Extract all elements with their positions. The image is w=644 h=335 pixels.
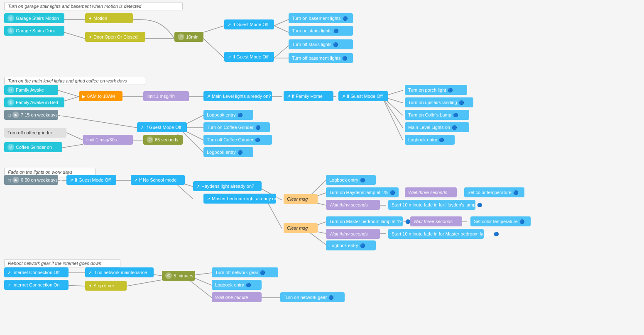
if-guest-off-4-node[interactable]: ↗ If Guest Mode Off (137, 122, 187, 132)
node-label: Turn on Master bedroom lamp at 1% (329, 219, 404, 224)
turn-on-coffee-node[interactable]: Turn on Coffee Grinder 🔵 (203, 122, 270, 132)
master-check-node[interactable]: ↗ Master bedroom light already on? (203, 194, 276, 204)
logbook-f4-node[interactable]: Logbook entry 🔵 (212, 280, 262, 290)
flow4-label: Reboot network gear if the internet goes… (4, 259, 120, 267)
timer-5min-node[interactable]: ⏱ 5 minutes (162, 271, 195, 281)
main-level-on-node[interactable]: Main Level Lights on 🔵 (405, 122, 469, 132)
turn-on-basement-lights-node[interactable]: Turn on basement lights 🔵 (289, 13, 353, 23)
if-no-school-node[interactable]: ↗ If No School mode (131, 175, 185, 185)
logbook-mid-2-node[interactable]: Logbook entry 🔵 (203, 147, 253, 157)
if-guest-off-1-node[interactable]: ↗ If Guest Mode Off (224, 19, 274, 29)
limit-30s-node[interactable]: limit 1 msg/30s (83, 135, 133, 145)
set-color-temp-1-node[interactable]: Set color temperature 🔵 (464, 187, 524, 197)
device-icon2: 🔵 (333, 29, 338, 33)
network-on-icon: 🔵 (328, 295, 333, 300)
schedule-715-node[interactable]: ◻ ▶ 7:15 on weekdays ↺ (4, 110, 58, 120)
garage-stairs-motion-node[interactable]: ⊙ Garage Stairs Motion (4, 13, 64, 23)
turn-off-stairs-lights-node[interactable]: Turn off stairs lights 🔵 (289, 39, 353, 49)
node-label: limit 1 msg/30s (86, 137, 117, 142)
if-no-network-node[interactable]: ↗ If no network maintenance (85, 267, 154, 277)
motion-condition-node[interactable]: ✦ Motion (85, 13, 133, 23)
svg-line-53 (189, 280, 212, 298)
internet-on-node[interactable]: ↗ Internet Connection On (4, 280, 69, 290)
node-label: Main Level lights already on? (212, 94, 271, 99)
time-range-node[interactable]: ▶ 6AM to 10AM (79, 91, 122, 101)
coffee-off-icon: 🔵 (255, 138, 260, 142)
node-label: Turn on stairs lights (292, 28, 332, 33)
stop-timer-node[interactable]: ✦ Stop timer (85, 281, 127, 291)
haydens-check-node[interactable]: ↗ Haydens light already on? (193, 181, 262, 191)
node-label: If Guest Mode Off (145, 125, 181, 130)
condition-icon: ✦ (88, 16, 92, 21)
node-label: Start 10 minute fade in for Hayden's lam… (392, 202, 475, 207)
logbook-mid-1-node[interactable]: Logbook entry 🔵 (203, 110, 253, 120)
master-lamp-icon: 🔵 (405, 219, 410, 224)
svg-line-5 (274, 19, 289, 26)
node-label: limit 1 msg/4h (147, 94, 175, 99)
turn-off-network-node[interactable]: Turn off network gear 🔵 (212, 267, 278, 277)
svg-line-50 (127, 280, 162, 286)
turn-off-coffee-node[interactable]: Turn off Coffee Grinder 🔵 (203, 135, 272, 145)
node-label: Turn on Coffee Grinder (207, 125, 254, 130)
svg-line-18 (382, 97, 403, 128)
node-label: Motion (93, 16, 107, 21)
turn-off-basement-lights-node[interactable]: Turn off basement lights 🔵 (289, 53, 353, 63)
flow1-label: Turn on garage stair lights and basement… (4, 2, 183, 10)
turn-on-network-node[interactable]: Turn on network gear 🔵 (280, 292, 345, 302)
schedule-650-node[interactable]: ◻ ▶ 6:50 on weekdays ↺ (4, 175, 58, 185)
timer-10min-node[interactable]: ⏱ 10min (174, 32, 203, 42)
node-label: Family Awake (16, 87, 44, 92)
set-color-temp-2-node[interactable]: Set color temperature 🔵 (470, 216, 531, 226)
node-label: Logbook entry (329, 243, 358, 248)
network-off-icon: 🔵 (260, 270, 265, 275)
family-awake-bed-node[interactable]: ⊙ Family Awake in Bed (4, 97, 64, 107)
wait-30s-1-node[interactable]: Wait thirty seconds (326, 200, 380, 210)
fade-hayden-node[interactable]: Start 10 minute fade in for Hayden's lam… (388, 200, 475, 210)
wait-30s-2-node[interactable]: Wait thirty seconds (326, 229, 380, 239)
garage-stairs-door-node[interactable]: ⊙ Garage Stairs Door (4, 26, 64, 36)
timer-65s-node[interactable]: ⏱ 65 seconds (143, 135, 183, 145)
main-level-check-node[interactable]: ↗ Main Level lights already on? (203, 91, 272, 101)
log6-icon: 🔵 (246, 283, 251, 287)
internet-off-node[interactable]: ↗ Internet Connection Off (4, 267, 69, 277)
turn-on-colin-node[interactable]: Turn on Colin's Lamp 🔵 (405, 110, 469, 120)
node-label: 6AM to 10AM (87, 94, 115, 99)
if-guest-off-2-node[interactable]: ↗ If Guest Mode Off (224, 52, 274, 62)
door-condition-node[interactable]: ✦ Door Open Or Closed (85, 32, 145, 42)
arrow-icon8: ↗ (134, 178, 137, 182)
node-label: Clear msg (287, 197, 308, 201)
wait-1min-node[interactable]: Wait one minute (212, 292, 262, 302)
clear-msg-2-node[interactable]: Clear msg (284, 223, 318, 233)
turn-on-porch-node[interactable]: Turn on porch light 🔵 (405, 85, 467, 95)
device-icon: 🔵 (343, 16, 348, 21)
timer3-icon: ▶ (12, 177, 19, 183)
family-awake-node[interactable]: ⊙ Family Awake (4, 85, 58, 95)
haydens-lamp-node[interactable]: Turn on Haydens lamp at 1% 🔵 (326, 187, 399, 197)
if-guest-off-3-node[interactable]: ↗ If Guest Mode Off (338, 91, 388, 101)
arrow-icon6: ↗ (140, 125, 144, 130)
node-label: Haydens light already on? (201, 184, 254, 189)
svg-line-1 (64, 32, 85, 39)
wait-3s-1-node[interactable]: Wait three seconds (405, 187, 457, 197)
wait-3s-2-node[interactable]: Wait three seconds (410, 216, 462, 226)
turn-off-coffee-label-node[interactable]: Turn off coffee grinder (4, 128, 66, 138)
node-label: Turn off coffee grinder (7, 130, 52, 135)
logbook-top-node[interactable]: Logbook entry 🔵 (405, 135, 455, 145)
turn-on-upstairs-node[interactable]: Turn on upstairs landing 🔵 (405, 97, 473, 107)
turn-on-stairs-lights-node[interactable]: Turn on stairs lights 🔵 (289, 26, 353, 36)
clear-msg-1-node[interactable]: Clear msg (284, 194, 318, 204)
node-label: Garage Stairs Motion (16, 16, 59, 21)
log2-icon: 🔵 (238, 113, 242, 117)
if-guest-off-5-node[interactable]: ↗ If Guest Mode Off (66, 175, 116, 185)
fade-master-node[interactable]: Start 10 minute fade in for Master bedro… (388, 229, 484, 239)
logbook-f3-1-node[interactable]: Logbook entry 🔵 (326, 175, 376, 185)
logbook-f3-2-node[interactable]: Logbook entry 🔵 (326, 240, 376, 250)
if-family-home-node[interactable]: ↗ If Family Home (284, 91, 333, 101)
limit-4h-node[interactable]: limit 1 msg/4h (143, 91, 189, 101)
node-label: Wait thirty seconds (329, 202, 368, 207)
node-label: Stop timer (93, 283, 114, 288)
coffee-grinder-on-node[interactable]: ⊙ Coffee Grinder on (4, 142, 62, 152)
color-icon: 🔵 (513, 190, 518, 195)
master-lamp-node[interactable]: Turn on Master bedroom lamp at 1% 🔵 (326, 216, 403, 226)
node-label: Turn on Colin's Lamp (408, 112, 451, 117)
